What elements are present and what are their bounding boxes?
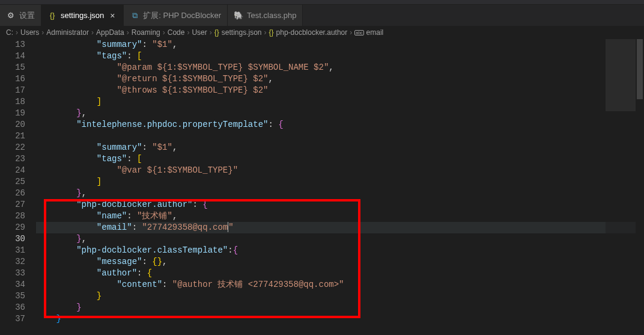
breadcrumb-item[interactable]: Roaming (132, 28, 160, 37)
line-number: 28 (0, 211, 25, 222)
breadcrumb-item[interactable]: C: (6, 28, 13, 37)
breadcrumb-label: Administrator (46, 28, 89, 37)
code-line[interactable]: "tags": [ (36, 51, 644, 62)
code-line[interactable]: "php-docblocker.author": { (36, 199, 644, 211)
breadcrumb-icon: {} (269, 28, 274, 37)
tab-2[interactable]: ⧉扩展: PHP DocBlocker (124, 5, 228, 26)
breadcrumb-label: AppData (96, 28, 124, 37)
line-number: 35 (0, 290, 25, 302)
breadcrumb-item[interactable]: abcemail (354, 28, 383, 37)
code-line[interactable]: "summary": "$1", (36, 39, 644, 51)
breadcrumb-label: Roaming (132, 28, 160, 37)
line-number: 23 (0, 153, 25, 165)
line-number: 22 (0, 142, 25, 153)
breadcrumb-label: Code (168, 28, 185, 37)
breadcrumb-label: User (192, 28, 207, 37)
code-line[interactable]: "content": "@author 技术铺 <277429358@qq.co… (36, 279, 644, 290)
breadcrumb-label: settings.json (222, 28, 262, 37)
line-number: 20 (0, 119, 25, 131)
code-line[interactable]: }, (36, 188, 644, 199)
chevron-right-icon: › (210, 28, 212, 37)
breadcrumb-item[interactable]: Code (168, 28, 185, 37)
line-numbers: 1314151617181920212223242526272829303132… (0, 39, 36, 335)
editor[interactable]: 1314151617181920212223242526272829303132… (0, 39, 644, 335)
line-number: 25 (0, 176, 25, 188)
titlebar (0, 0, 644, 5)
line-number: 34 (0, 279, 25, 290)
breadcrumb-label: C: (6, 28, 13, 37)
line-number: 24 (0, 165, 25, 176)
code-line[interactable]: "@param ${1:$SYMBOL_TYPE} $SYMBOL_NAME $… (36, 62, 644, 73)
code-line[interactable]: }, (36, 233, 644, 245)
line-number: 13 (0, 39, 25, 51)
breadcrumb-icon: {} (214, 28, 219, 37)
breadcrumb-item[interactable]: Users (20, 28, 39, 37)
chevron-right-icon: › (91, 28, 94, 37)
chevron-right-icon: › (163, 28, 165, 37)
breadcrumb-item[interactable]: {}php-docblocker.author (269, 28, 348, 37)
line-number: 36 (0, 302, 25, 313)
code-line[interactable]: "name": "技术铺", (36, 211, 644, 222)
line-number: 37 (0, 313, 25, 325)
preview-icon-icon: ⧉ (130, 11, 139, 20)
code-line[interactable]: } (36, 313, 644, 325)
tab-3[interactable]: 🐘Test.class.php (228, 5, 303, 26)
json-icon-icon: {} (47, 11, 57, 20)
line-number: 27 (0, 199, 25, 211)
line-number: 21 (0, 131, 25, 142)
code-line[interactable]: ] (36, 176, 644, 188)
code-line[interactable]: "email": "277429358@qq.com" (36, 222, 644, 233)
breadcrumb-item[interactable]: Administrator (46, 28, 89, 37)
breadcrumb-item[interactable]: User (192, 28, 207, 37)
line-number: 32 (0, 256, 25, 268)
code-line[interactable]: "intelephense.phpdoc.propertyTemplate": … (36, 119, 644, 131)
code-area[interactable]: "summary": "$1", "tags": [ "@param ${1:$… (36, 39, 644, 335)
php-icon-icon: 🐘 (234, 11, 243, 20)
tab-label: 扩展: PHP DocBlocker (143, 10, 221, 21)
chevron-right-icon: › (127, 28, 129, 37)
line-number: 19 (0, 108, 25, 119)
vertical-scrollbar[interactable] (636, 39, 644, 331)
code-line[interactable]: "tags": [ (36, 153, 644, 165)
minimap-slider[interactable] (606, 39, 636, 111)
code-line[interactable]: "@var ${1:$SYMBOL_TYPE}" (36, 165, 644, 176)
breadcrumb-item[interactable]: AppData (96, 28, 124, 37)
breadcrumb-icon: abc (354, 30, 363, 35)
breadcrumb-label: email (366, 28, 384, 37)
settings-icon-icon: ⚙ (6, 11, 16, 20)
code-line[interactable]: } (36, 290, 644, 302)
code-line[interactable] (36, 131, 644, 142)
code-line[interactable]: "author": { (36, 268, 644, 279)
breadcrumb-label: Users (20, 28, 39, 37)
scrollbar-thumb[interactable] (637, 39, 643, 99)
breadcrumb: C:›Users›Administrator›AppData›Roaming›C… (0, 26, 644, 39)
tab-0[interactable]: ⚙设置 (0, 5, 41, 26)
line-number: 15 (0, 62, 25, 73)
line-number: 14 (0, 51, 25, 62)
breadcrumb-label: php-docblocker.author (276, 28, 348, 37)
line-number: 26 (0, 188, 25, 199)
tab-label: 设置 (19, 10, 35, 21)
code-line[interactable]: "message": {}, (36, 256, 644, 268)
tab-1[interactable]: {}settings.json× (41, 5, 124, 26)
code-line[interactable]: "summary": "$1", (36, 142, 644, 153)
code-line[interactable]: "@throws ${1:$SYMBOL_TYPE} $2" (36, 85, 644, 96)
code-line[interactable]: ] (36, 96, 644, 108)
tab-label: settings.json (61, 11, 104, 20)
line-number: 16 (0, 73, 25, 85)
chevron-right-icon: › (16, 28, 18, 37)
line-number: 17 (0, 85, 25, 96)
line-number: 29 (0, 222, 25, 233)
code-line[interactable]: } (36, 302, 644, 313)
code-line[interactable]: "php-docblocker.classTemplate":{ (36, 245, 644, 256)
tab-bar: ⚙设置{}settings.json×⧉扩展: PHP DocBlocker🐘T… (0, 5, 644, 26)
breadcrumb-item[interactable]: {}settings.json (214, 28, 262, 37)
code-line[interactable]: "@return ${1:$SYMBOL_TYPE} $2", (36, 73, 644, 85)
line-number: 31 (0, 245, 25, 256)
chevron-right-icon: › (264, 28, 267, 37)
line-number: 30 (0, 233, 25, 245)
chevron-right-icon: › (41, 28, 44, 37)
chevron-right-icon: › (187, 28, 189, 37)
code-line[interactable]: }, (36, 108, 644, 119)
close-icon[interactable]: × (108, 11, 117, 20)
